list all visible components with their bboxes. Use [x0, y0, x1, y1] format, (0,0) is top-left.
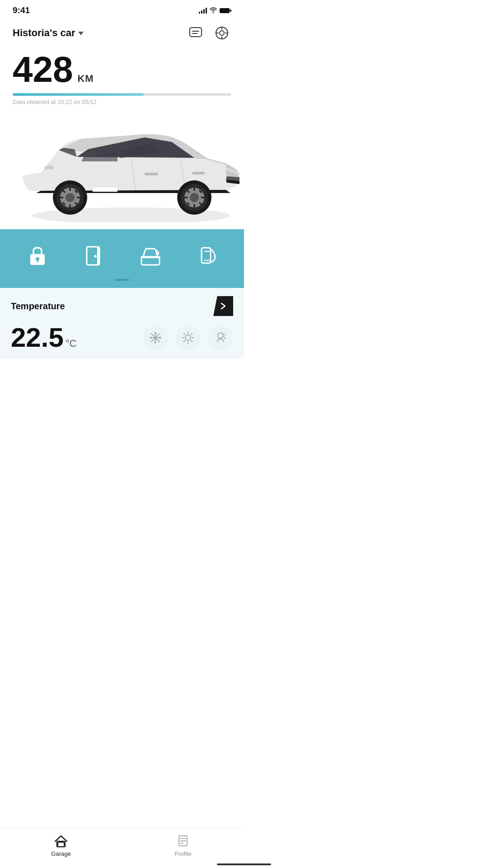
remote-button[interactable]: [191, 240, 223, 272]
control-panel: [0, 229, 244, 288]
door-icon: [82, 244, 106, 268]
auto-mode-button[interactable]: [208, 325, 233, 350]
lock-button[interactable]: [22, 240, 53, 272]
svg-line-71: [191, 334, 192, 335]
signal-bars-icon: [199, 7, 207, 14]
svg-point-47: [94, 255, 97, 258]
settings-button[interactable]: [212, 24, 231, 42]
temperature-value-display: 22.5 °C: [11, 324, 76, 351]
control-icons-row: [0, 240, 244, 272]
range-timestamp: Data obtained at 10:22 on 05/12: [13, 99, 231, 105]
header: Historia's car: [0, 19, 244, 48]
cool-mode-button[interactable]: [143, 325, 168, 350]
svg-line-70: [191, 341, 192, 342]
lock-icon: [26, 244, 49, 268]
temperature-header: Temperature: [0, 288, 244, 324]
car-selector[interactable]: Historia's car: [13, 27, 84, 39]
temperature-body: 22.5 °C: [0, 324, 244, 351]
temperature-unit: °C: [66, 338, 77, 349]
svg-rect-15: [145, 173, 158, 175]
svg-point-32: [66, 193, 75, 202]
svg-rect-16: [192, 172, 205, 175]
temperature-expand-button[interactable]: [213, 296, 233, 316]
remote-icon: [195, 244, 219, 268]
range-display: 428 KM: [13, 52, 231, 88]
car-name: Historia's car: [13, 27, 75, 39]
range-section: 428 KM Data obtained at 10:22 on 05/12: [0, 48, 244, 107]
trunk-icon: [139, 244, 162, 268]
svg-point-73: [218, 333, 223, 338]
svg-line-69: [184, 334, 185, 335]
svg-line-72: [184, 341, 185, 342]
range-unit: KM: [77, 73, 94, 85]
svg-point-7: [220, 31, 224, 35]
battery-icon: [220, 8, 231, 14]
dropdown-arrow-icon: [78, 32, 84, 35]
car-svg: [5, 109, 239, 222]
car-illustration: [0, 107, 244, 225]
svg-rect-46: [97, 247, 99, 265]
svg-rect-2: [230, 9, 231, 12]
svg-rect-3: [190, 28, 202, 37]
snowflake-icon: [149, 331, 162, 344]
car-image-section: [0, 107, 244, 229]
chevron-right-icon: [219, 302, 228, 311]
auto-climate-icon: [214, 331, 227, 344]
panel-scroll-indicator: [115, 279, 129, 281]
status-icons: [199, 7, 231, 14]
svg-point-20: [190, 193, 199, 202]
settings-icon: [215, 26, 229, 40]
temperature-title: Temperature: [11, 301, 65, 311]
temperature-value: 22.5: [11, 324, 64, 351]
svg-point-43: [36, 257, 39, 261]
temperature-mode-icons: [143, 325, 233, 350]
chat-icon: [188, 26, 203, 40]
svg-rect-1: [220, 8, 230, 13]
trunk-button[interactable]: [135, 240, 166, 272]
svg-rect-41: [93, 187, 117, 192]
heat-mode-button[interactable]: [175, 325, 201, 350]
chat-button[interactable]: [186, 24, 205, 42]
door-button[interactable]: [78, 240, 110, 272]
wifi-icon: [210, 8, 217, 13]
status-bar: 9:41: [0, 0, 244, 19]
range-bar-container: [13, 93, 231, 96]
temperature-section: Temperature 22.5 °C: [0, 288, 244, 359]
range-bar-fill: [13, 93, 144, 96]
svg-point-64: [185, 335, 191, 340]
header-action-icons: [186, 24, 231, 42]
range-value: 428: [13, 52, 73, 88]
svg-point-0: [213, 12, 214, 13]
sun-icon: [181, 331, 195, 344]
status-time: 9:41: [13, 5, 30, 15]
